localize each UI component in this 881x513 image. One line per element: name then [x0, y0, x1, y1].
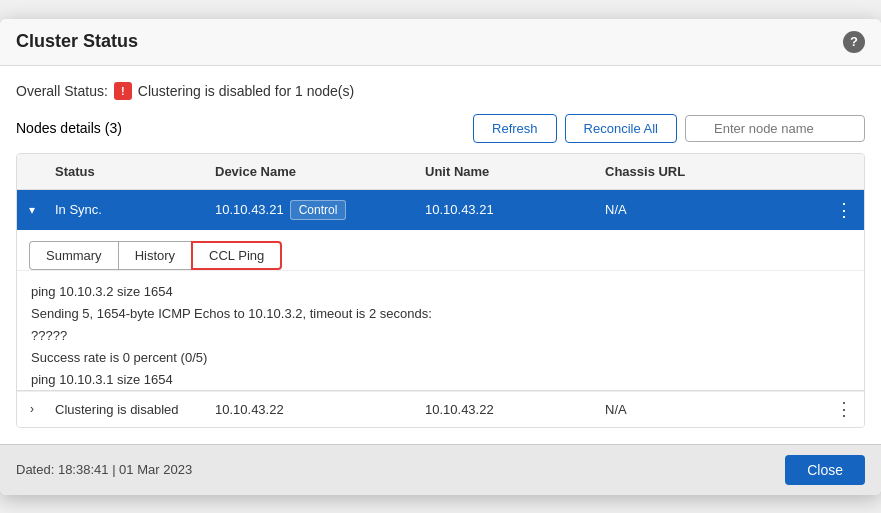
overall-status-message: Clustering is disabled for 1 node(s): [138, 83, 354, 99]
toolbar-right: Refresh Reconcile All: [473, 114, 865, 143]
reconcile-all-button[interactable]: Reconcile All: [565, 114, 677, 143]
tab-summary[interactable]: Summary: [29, 241, 118, 270]
ccl-line-1: ping 10.10.3.2 size 1654: [31, 281, 850, 303]
ccl-line-3: ?????: [31, 325, 850, 347]
col-header-unit-name: Unit Name: [417, 154, 597, 189]
table-header: Status Device Name Unit Name Chassis URL: [17, 154, 864, 190]
row-0-menu[interactable]: ⋮: [824, 195, 864, 225]
row-1-menu[interactable]: ⋮: [824, 394, 864, 424]
table-row: ▾ In Sync. 10.10.43.21 Control 10.10.43.…: [17, 190, 864, 230]
nodes-toolbar: Nodes details (3) Refresh Reconcile All: [16, 114, 865, 143]
ccl-line-5: ping 10.10.3.1 size 1654: [31, 369, 850, 390]
expanded-panel: Summary History CCL Ping ping 10.10.3.2 …: [17, 230, 864, 391]
col-header-expand: [17, 154, 47, 189]
overall-status-row: Overall Status: ! Clustering is disabled…: [16, 82, 865, 100]
date-label: Dated: 18:38:41 | 01 Mar 2023: [16, 462, 192, 477]
expand-chevron-0[interactable]: ▾: [17, 193, 47, 227]
dialog-header: Cluster Status ?: [0, 19, 881, 66]
overall-status-label: Overall Status:: [16, 83, 108, 99]
ccl-ping-content: ping 10.10.3.2 size 1654 Sending 5, 1654…: [17, 270, 864, 390]
row-0-unit-name: 10.10.43.21: [417, 192, 597, 227]
row-1-chassis-url: N/A: [597, 392, 824, 427]
cluster-status-dialog: Cluster Status ? Overall Status: ! Clust…: [0, 19, 881, 495]
col-header-device-name: Device Name: [207, 154, 417, 189]
row-0-status: In Sync.: [47, 192, 207, 227]
search-wrapper: [685, 115, 865, 142]
nodes-label: Nodes details (3): [16, 120, 122, 136]
node-search-input[interactable]: [685, 115, 865, 142]
row-0-chassis-url: N/A: [597, 192, 824, 227]
help-icon[interactable]: ?: [843, 31, 865, 53]
control-badge: Control: [290, 200, 347, 220]
ccl-line-2: Sending 5, 1654-byte ICMP Echos to 10.10…: [31, 303, 850, 325]
tab-history[interactable]: History: [118, 241, 191, 270]
nodes-table: Status Device Name Unit Name Chassis URL…: [16, 153, 865, 428]
expand-chevron-1[interactable]: ›: [17, 392, 47, 426]
col-header-status: Status: [47, 154, 207, 189]
col-header-actions: [824, 154, 864, 189]
close-button[interactable]: Close: [785, 455, 865, 485]
dialog-title: Cluster Status: [16, 31, 138, 52]
row-1-status: Clustering is disabled: [47, 392, 207, 427]
row-1-device-name: 10.10.43.22: [207, 392, 417, 427]
refresh-button[interactable]: Refresh: [473, 114, 557, 143]
row-0-device-name: 10.10.43.21 Control: [207, 190, 417, 230]
table-row: › Clustering is disabled 10.10.43.22 10.…: [17, 391, 864, 427]
warning-icon: !: [114, 82, 132, 100]
ccl-line-4: Success rate is 0 percent (0/5): [31, 347, 850, 369]
dialog-footer: Dated: 18:38:41 | 01 Mar 2023 Close: [0, 444, 881, 495]
tabs-row: Summary History CCL Ping: [17, 231, 864, 270]
tab-ccl-ping[interactable]: CCL Ping: [191, 241, 282, 270]
row-1-unit-name: 10.10.43.22: [417, 392, 597, 427]
col-header-chassis-url: Chassis URL: [597, 154, 824, 189]
dialog-body: Overall Status: ! Clustering is disabled…: [0, 66, 881, 444]
